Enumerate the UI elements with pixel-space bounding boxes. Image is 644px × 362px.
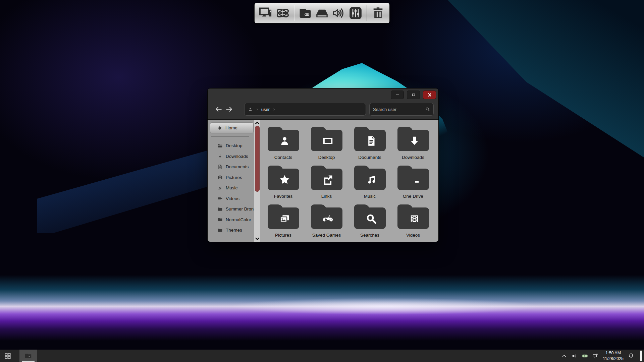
folder-icon	[311, 169, 342, 190]
folder-videos[interactable]: Videos	[391, 203, 435, 242]
folder-one-drive[interactable]: One Drive	[391, 164, 435, 203]
maximize-button[interactable]	[407, 90, 420, 99]
sidebar-item-desktop[interactable]: Desktop	[208, 140, 254, 151]
sidebar: HomeDesktopDownloadsDocumentsPicturesMus…	[208, 120, 260, 242]
music-notes-icon	[217, 185, 223, 191]
sidebar-item-videos[interactable]: Videos	[208, 193, 254, 204]
breadcrumb[interactable]: user	[261, 107, 270, 112]
scroll-up-icon[interactable]	[254, 120, 260, 126]
back-button[interactable]	[213, 104, 224, 114]
dock-games-folder-button[interactable]	[297, 4, 313, 22]
camera-icon	[217, 175, 223, 180]
dock-separator	[294, 5, 294, 21]
folder-favorites[interactable]: Favorites	[262, 164, 305, 203]
search-input[interactable]	[373, 107, 425, 112]
drive-icon	[315, 6, 329, 20]
folder-label: Saved Games	[312, 233, 341, 238]
sidebar-item-themes[interactable]: Themes	[208, 225, 254, 236]
dock-group	[258, 4, 291, 22]
folder-contacts[interactable]: Contacts	[262, 125, 305, 164]
dock-computer-button[interactable]	[258, 4, 274, 22]
notifications-button[interactable]	[628, 353, 634, 359]
tray-chevron-up-button[interactable]	[561, 353, 567, 359]
taskbar-app-file-explorer[interactable]	[19, 350, 37, 362]
folder-links[interactable]: Links	[305, 164, 348, 203]
dock-trash-button[interactable]	[370, 4, 386, 22]
folder-grid: ContactsDesktopDocumentsDownloadsFavorit…	[260, 120, 438, 242]
volume-icon	[332, 6, 346, 20]
sidebar-scrollbar[interactable]	[254, 120, 260, 242]
folder-saved-games[interactable]: Saved Games	[305, 203, 348, 242]
tray-battery-charging-button[interactable]	[582, 353, 588, 359]
sidebar-item-downloads[interactable]: Downloads	[208, 151, 254, 162]
app-grid-icon	[4, 352, 11, 360]
globe-icon	[276, 6, 290, 20]
titlebar[interactable]	[208, 88, 438, 101]
folder-desktop[interactable]: Desktop	[305, 125, 348, 164]
trash-icon	[371, 6, 385, 20]
folder-label: Music	[364, 194, 376, 199]
folder-icon	[397, 169, 429, 190]
music-note-icon	[365, 174, 377, 186]
dock-group	[297, 4, 364, 22]
sidebar-item-home[interactable]: Home	[210, 122, 254, 133]
folder-label: Searches	[360, 233, 379, 238]
folder-label: Pictures	[275, 233, 291, 238]
folder-label: Downloads	[402, 155, 424, 160]
sidebar-item-label: Downloads	[226, 154, 248, 159]
arrow-left-icon	[214, 106, 223, 113]
star-icon	[278, 174, 290, 186]
maximize-icon	[411, 93, 416, 97]
folder-plain-icon	[217, 206, 223, 212]
sidebar-item-documents[interactable]: Documents	[208, 162, 254, 172]
down-arrow-icon	[408, 135, 420, 147]
window-controls	[391, 90, 436, 99]
wallpaper-purple-horizon	[0, 275, 644, 344]
folder-label: Desktop	[318, 155, 335, 160]
dock-volume-button[interactable]	[331, 4, 347, 22]
folder-icon	[354, 207, 386, 229]
folder-documents[interactable]: Documents	[348, 125, 391, 164]
search-icon	[425, 107, 430, 112]
bell-icon	[628, 353, 634, 359]
sidebar-item-summer-bronze[interactable]: Summer Bronze	[208, 204, 254, 215]
scrollbar-thumb[interactable]	[255, 126, 260, 192]
dock-globe-button[interactable]	[275, 4, 291, 22]
sidebar-item-label: NormalColor	[226, 217, 251, 222]
gamepad-icon	[322, 213, 334, 225]
folder-label: Links	[321, 194, 332, 199]
folder-icon	[268, 169, 299, 190]
minimize-button[interactable]	[391, 90, 404, 99]
file-explorer-window: user HomeDesktopDownloadsDocumentsPictur…	[207, 88, 439, 242]
minimize-icon	[395, 93, 400, 97]
sidebar-item-label: Videos	[226, 196, 239, 201]
folder-plain-icon	[217, 228, 223, 233]
folder-downloads[interactable]: Downloads	[391, 125, 435, 164]
clock[interactable]: 1:50 AM 11/28/2025	[603, 350, 624, 361]
window-body: HomeDesktopDownloadsDocumentsPicturesMus…	[208, 120, 438, 242]
tray-display-button[interactable]	[592, 353, 598, 359]
sidebar-item-label: Documents	[226, 164, 249, 169]
folder-pictures[interactable]: Pictures	[262, 203, 305, 242]
folder-icon	[397, 130, 429, 151]
sidebar-item-pictures[interactable]: Pictures	[208, 172, 254, 183]
search-box	[369, 103, 434, 116]
close-button[interactable]	[423, 90, 436, 99]
sidebar-item-music[interactable]: Music	[208, 183, 254, 193]
show-desktop-button[interactable]	[640, 351, 642, 361]
address-bar[interactable]: user	[244, 103, 366, 116]
sidebar-divider	[211, 136, 249, 137]
folder-searches[interactable]: Searches	[348, 203, 391, 242]
computer-icon	[259, 6, 273, 20]
chevron-right-icon	[272, 108, 275, 111]
start-button[interactable]	[0, 350, 15, 362]
folder-icon	[268, 130, 299, 151]
dock-drive-button[interactable]	[314, 4, 330, 22]
dock-mixer-button[interactable]	[347, 4, 364, 22]
folder-label: Favorites	[274, 194, 293, 199]
sidebar-item-normalcolor[interactable]: NormalColor	[208, 215, 254, 225]
forward-button[interactable]	[224, 104, 234, 114]
scroll-down-icon[interactable]	[254, 236, 260, 242]
tray-speaker-button[interactable]	[572, 353, 578, 359]
folder-music[interactable]: Music	[348, 164, 391, 203]
